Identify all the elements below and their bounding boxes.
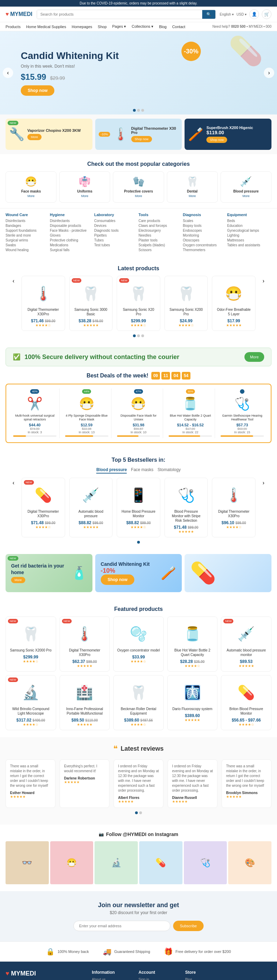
bestsellers-next[interactable]: › bbox=[258, 478, 269, 488]
deal-card-1[interactable]: 44% 😷 4 Ply Sponge Disposable Blue Face … bbox=[62, 388, 111, 438]
dot-3[interactable] bbox=[141, 109, 144, 112]
category-link-2[interactable]: More bbox=[135, 194, 142, 198]
insta-item-5[interactable]: 🎨 bbox=[228, 841, 271, 885]
subcat-item[interactable]: Tubes bbox=[94, 238, 138, 242]
subcat-item[interactable]: Surgical falls bbox=[50, 248, 94, 252]
subcat-item[interactable]: Protective clothing bbox=[50, 238, 94, 242]
products-prev-button[interactable]: ‹ bbox=[8, 276, 19, 286]
subcat-item[interactable]: Mattresses bbox=[227, 238, 271, 242]
nav-shop[interactable]: Shop bbox=[98, 25, 107, 29]
bestseller-card-1[interactable]: 💉 Automatic blood pressure $88.82 $99.00… bbox=[69, 478, 113, 537]
insta-item-0[interactable]: 👓 bbox=[6, 841, 49, 885]
category-link-0[interactable]: More bbox=[27, 194, 35, 198]
products-next-button[interactable]: › bbox=[258, 276, 269, 286]
promo-card-1[interactable]: Candid Whitening Kit -10% Shop now 🪥 bbox=[95, 554, 182, 592]
subcat-item[interactable]: Biopsy tools bbox=[183, 224, 227, 228]
rdot-1[interactable] bbox=[135, 811, 138, 814]
subcat-item[interactable]: Scales bbox=[183, 219, 227, 223]
footer-link[interactable]: Sign in bbox=[138, 978, 178, 980]
subcat-item[interactable]: Devices bbox=[94, 224, 138, 228]
subcat-item[interactable]: Sterile and more bbox=[6, 234, 50, 237]
subcat-item[interactable]: Education bbox=[227, 224, 271, 228]
logo[interactable]: ♥ MYMEDI bbox=[6, 11, 33, 18]
category-protective[interactable]: 🧤 Protective covers More bbox=[113, 171, 164, 203]
category-link-4[interactable]: More bbox=[242, 194, 250, 198]
nav-pages[interactable]: Pages ▾ bbox=[112, 24, 126, 29]
subcat-item[interactable]: Face Masks - protective bbox=[50, 229, 94, 232]
cart-icon-btn[interactable]: 🛒 bbox=[262, 10, 271, 19]
tab-blood-pressure[interactable]: Blood pressure bbox=[96, 467, 127, 474]
featured-btn-0[interactable]: More bbox=[27, 134, 41, 140]
product-card-2[interactable]: NEW 🦷 Samsung Sonic X20 Pro $299.99 ★★★★… bbox=[117, 276, 160, 331]
featured-banner-1[interactable]: -10% 🌡️ Digital Thermometer X30 Pro Shop… bbox=[95, 119, 182, 150]
category-uniforms[interactable]: 👘 Uniforms More bbox=[59, 171, 110, 203]
footer-link[interactable]: Blog bbox=[185, 978, 225, 980]
subcat-item[interactable]: Endoscopes bbox=[183, 229, 227, 232]
category-dental[interactable]: 🦷 Dental More bbox=[167, 171, 218, 203]
rdot-2[interactable] bbox=[139, 811, 142, 814]
subcat-item[interactable]: Care products bbox=[138, 219, 183, 223]
promo-card-0[interactable]: NEW Get rid bacteria in your home More 🧴 bbox=[6, 554, 92, 592]
newsletter-subscribe-button[interactable]: Subscribe bbox=[173, 921, 204, 931]
nav-products[interactable]: Products bbox=[6, 25, 21, 29]
category-link-1[interactable]: More bbox=[81, 194, 89, 198]
bestseller-card-0[interactable]: NEW 💊 Digital Thermometer X30Pro $71.48 … bbox=[21, 478, 65, 537]
subcat-item[interactable]: Support foundations bbox=[6, 229, 50, 232]
subcat-item[interactable]: Scissors bbox=[138, 248, 183, 252]
promo-card-2[interactable]: 💊 bbox=[185, 554, 271, 592]
tab-face-masks[interactable]: Face masks bbox=[131, 467, 154, 474]
subcat-item[interactable]: Monitoring bbox=[183, 234, 227, 237]
product-card-1[interactable]: NEW 🦷 Samsung Sonic 3000 Basic $38.28 $4… bbox=[69, 276, 113, 331]
fp-card-0[interactable]: NEW 🦷 Samsung Sonic X2000 Pro $299.99 ★★… bbox=[6, 616, 56, 671]
subcat-item[interactable]: Medications bbox=[50, 243, 94, 247]
subcat-item[interactable]: Wound healing bbox=[6, 248, 50, 252]
featured-banner-0[interactable]: NEW 🔧 Vaporizor Chopino X200 3KW More bbox=[6, 119, 92, 150]
subcat-item[interactable]: Consumables bbox=[94, 219, 138, 223]
pdot-3[interactable] bbox=[141, 334, 144, 337]
fp-card-5[interactable]: NEW 🔬 Wild Brinolio Compound Light Micro… bbox=[6, 675, 56, 730]
bestseller-card-3[interactable]: 🩺 Blood Pressure Monitor with Stripe Ris… bbox=[165, 478, 208, 537]
nav-homepages[interactable]: Homepages bbox=[72, 25, 92, 29]
fp-card-6[interactable]: 🏥 Inno-Fame Professional Portable Multif… bbox=[60, 675, 110, 730]
nav-blog[interactable]: Blog bbox=[159, 25, 166, 29]
tab-stomatology[interactable]: Stomatology bbox=[158, 467, 181, 474]
bsdot-1[interactable] bbox=[137, 541, 140, 544]
subcat-item[interactable]: Needles bbox=[138, 234, 183, 237]
featured-btn-2[interactable]: Shop now bbox=[206, 137, 227, 143]
subcat-item[interactable]: Scalpels (blades) bbox=[138, 243, 183, 247]
category-link-3[interactable]: More bbox=[189, 194, 196, 198]
product-card-3[interactable]: 🦷 Samsung Sonic X200 Pro $24.99 ★★★★☆ bbox=[165, 276, 208, 331]
subcat-item[interactable]: Claws and forceps bbox=[138, 224, 183, 228]
hero-next-button[interactable]: › bbox=[264, 68, 274, 78]
subcat-item[interactable]: Electrosurgery bbox=[138, 229, 183, 232]
subcat-item[interactable]: Disinfectants bbox=[6, 219, 50, 223]
language-selector[interactable]: English ▾ bbox=[220, 13, 234, 16]
featured-btn-1[interactable]: Shop now bbox=[131, 136, 152, 142]
deal-card-2[interactable]: 47% 😷 Disposable Face Mask for Unisex $3… bbox=[114, 388, 163, 438]
dot-2[interactable] bbox=[137, 109, 140, 112]
search-input[interactable] bbox=[37, 10, 202, 19]
deal-card-0[interactable]: 40% ✂️ Multi-hook universal surgical spi… bbox=[10, 388, 60, 438]
footer-link[interactable]: About us bbox=[92, 978, 131, 980]
subcat-item[interactable]: Gynecological lamps bbox=[227, 229, 271, 232]
currency-selector[interactable]: USD ▾ bbox=[236, 13, 247, 16]
category-blood-pressure[interactable]: 💉 Blood pressure More bbox=[220, 171, 271, 203]
promo-btn-1[interactable]: Shop now bbox=[101, 574, 135, 585]
subcat-item[interactable]: Disinfectants bbox=[50, 219, 94, 223]
insta-item-1[interactable]: 😷 bbox=[50, 841, 93, 885]
bestsellers-prev[interactable]: ‹ bbox=[8, 478, 19, 488]
subcat-item[interactable]: Otoscopes bbox=[183, 238, 227, 242]
subcat-item[interactable]: Disposable products bbox=[50, 224, 94, 228]
fp-card-3[interactable]: 🫙 Blue Hot Water Bottle 2 Quart Capacity… bbox=[167, 616, 218, 671]
subcat-item[interactable]: Plaster tools bbox=[138, 238, 183, 242]
category-face-masks[interactable]: 😷 Face masks More bbox=[6, 171, 57, 203]
bestseller-card-4[interactable]: 🌡️ Digital Thermometer X30Pro $96.10 $99… bbox=[212, 478, 256, 537]
nav-home-medical[interactable]: Home Medical Supplies bbox=[26, 25, 66, 29]
subcat-item[interactable]: Swabs bbox=[6, 243, 50, 247]
nav-contact[interactable]: Contact bbox=[172, 25, 185, 29]
deal-card-3[interactable]: 30% 🫙 Blue Hot Water Bottle 2 Quart Capa… bbox=[166, 388, 215, 438]
pdot-1[interactable] bbox=[133, 334, 136, 337]
subcat-item[interactable]: Beds bbox=[227, 219, 271, 223]
subcat-item[interactable]: Surgical wrims bbox=[6, 238, 50, 242]
secure-more-button[interactable]: More bbox=[244, 352, 264, 362]
